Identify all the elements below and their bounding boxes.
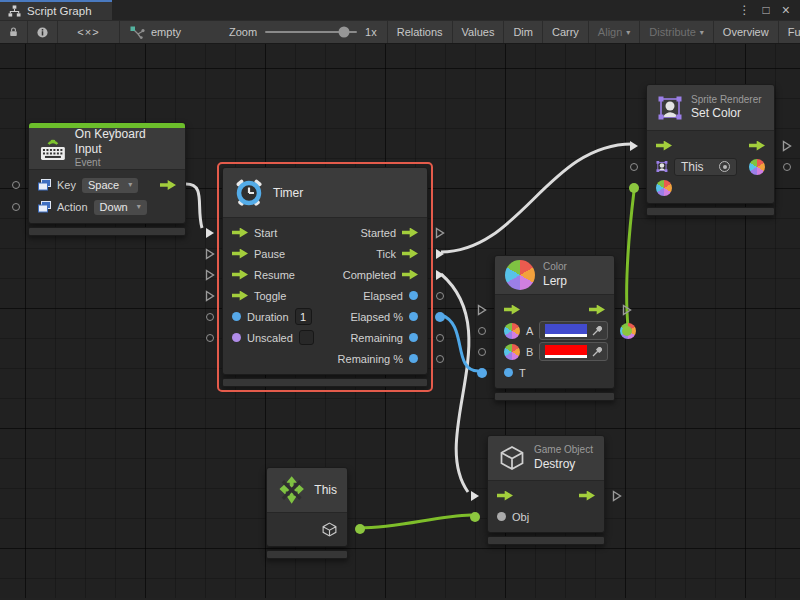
lerp-flow-in[interactable] <box>504 305 520 315</box>
resume-flow-port[interactable] <box>232 270 248 280</box>
code-view-button[interactable]: <×> <box>58 21 120 43</box>
values-button[interactable]: Values <box>453 21 505 43</box>
setcolor-result-port[interactable] <box>749 159 765 175</box>
elapsed-value-port[interactable] <box>409 291 418 300</box>
destroy-obj-outer-port[interactable] <box>469 511 481 523</box>
tick-flow-port[interactable] <box>402 249 418 259</box>
pause-flow-port[interactable] <box>232 249 248 259</box>
inspect-button[interactable] <box>28 21 58 43</box>
dim-button[interactable]: Dim <box>504 21 543 43</box>
graph-canvas[interactable]: On Keyboard Input Event Key Space <box>0 44 800 598</box>
unscaled-value-port[interactable] <box>232 333 241 342</box>
close-icon[interactable]: × <box>782 3 790 17</box>
eyedropper-icon[interactable] <box>592 347 602 357</box>
timer-tick-port[interactable] <box>434 248 446 260</box>
wire-keyboard-to-timer-start[interactable] <box>186 184 202 228</box>
zoom-slider-handle[interactable] <box>339 27 350 38</box>
elapsed-pct-value-port[interactable] <box>409 312 418 321</box>
action-dropdown[interactable]: Down ▾ <box>94 200 147 215</box>
wire-timer-elapsedpct-to-lerp-t[interactable] <box>441 315 478 371</box>
fullscreen-button[interactable]: Full Screen <box>779 21 800 43</box>
carry-button[interactable]: Carry <box>543 21 589 43</box>
lerp-b-outer-port[interactable] <box>476 346 488 358</box>
duration-input[interactable]: 1 <box>295 308 312 325</box>
node-this[interactable]: This <box>266 467 348 559</box>
destroy-flow-out[interactable] <box>579 491 595 501</box>
setcolor-result-outer-port[interactable] <box>781 161 793 173</box>
color-a-swatch[interactable] <box>545 324 587 337</box>
timer-start-port[interactable] <box>204 227 216 239</box>
start-flow-port[interactable] <box>232 228 248 238</box>
completed-flow-port[interactable] <box>402 270 418 280</box>
sprite-renderer-mini-icon[interactable] <box>656 159 668 174</box>
destroy-flow-in-port[interactable] <box>469 490 481 502</box>
setcolor-color-outer-port[interactable] <box>628 182 640 194</box>
key-dropdown[interactable]: Space ▾ <box>82 178 138 193</box>
lock-icon <box>9 26 18 38</box>
setcolor-flow-in-port[interactable] <box>628 140 640 152</box>
unscaled-checkbox[interactable] <box>299 330 314 345</box>
tab-script-graph[interactable]: Script Graph <box>0 0 112 20</box>
node-destroy[interactable]: Game Object Destroy <box>487 435 605 545</box>
gameobject-cube-icon[interactable] <box>321 521 338 538</box>
destroy-flow-in[interactable] <box>497 491 513 501</box>
lerp-result-outer-port[interactable] <box>621 325 633 337</box>
wire-this-to-destroy-obj[interactable] <box>359 515 471 528</box>
eyedropper-icon[interactable] <box>592 326 602 336</box>
duration-value-port[interactable] <box>232 312 241 321</box>
timer-elapsed-port[interactable] <box>434 290 446 302</box>
target-object-field[interactable]: This <box>674 158 737 176</box>
event-flow-out-port[interactable] <box>160 180 176 190</box>
color-port-icon[interactable] <box>504 323 520 339</box>
lock-button[interactable] <box>0 21 28 43</box>
setcolor-flow-out-port[interactable] <box>781 140 793 152</box>
lerp-flow-in-port[interactable] <box>476 304 488 316</box>
zoom-slider[interactable] <box>265 31 357 33</box>
this-out-port[interactable] <box>354 523 366 535</box>
started-flow-port[interactable] <box>402 228 418 238</box>
color-a-picker[interactable] <box>539 321 608 340</box>
object-picker-icon[interactable] <box>719 161 730 172</box>
lerp-flow-out[interactable] <box>589 305 605 315</box>
relations-button[interactable]: Relations <box>387 21 453 43</box>
maximize-icon[interactable]: □ <box>763 4 770 16</box>
timer-remaining-port[interactable] <box>434 332 446 344</box>
color-b-swatch[interactable] <box>545 345 587 358</box>
color-b-picker[interactable] <box>539 342 608 361</box>
destroy-flow-out-port[interactable] <box>611 490 623 502</box>
timer-pause-port[interactable] <box>204 248 216 260</box>
timer-completed-port[interactable] <box>434 269 446 281</box>
remaining-pct-value-port[interactable] <box>409 354 418 363</box>
wire-timer-completed-to-destroy[interactable] <box>441 274 469 492</box>
align-button[interactable]: Align ▾ <box>589 21 640 43</box>
t-value-port[interactable] <box>504 368 513 377</box>
toggle-flow-port[interactable] <box>232 291 248 301</box>
color-input-port[interactable] <box>656 180 672 196</box>
lerp-a-outer-port[interactable] <box>476 325 488 337</box>
keyboard-target-port[interactable] <box>10 179 22 191</box>
node-color-lerp[interactable]: Color Lerp <box>494 255 615 401</box>
window-menu-icon[interactable]: ⋮ <box>739 4 751 16</box>
timer-resume-port[interactable] <box>204 269 216 281</box>
timer-started-port[interactable] <box>434 227 446 239</box>
timer-duration-port[interactable] <box>204 311 216 323</box>
keyboard-action-outer-port[interactable] <box>10 201 22 213</box>
node-on-keyboard-input[interactable]: On Keyboard Input Event Key Space <box>28 122 186 236</box>
color-port-icon[interactable] <box>504 344 520 360</box>
overview-button[interactable]: Overview <box>714 21 779 43</box>
node-timer[interactable]: Timer Start Started <box>222 167 428 387</box>
wire-timer-tick-to-setcolor[interactable] <box>441 144 632 252</box>
lerp-flow-out-port[interactable] <box>621 304 633 316</box>
setcolor-target-outer-port[interactable] <box>628 161 640 173</box>
remaining-value-port[interactable] <box>409 333 418 342</box>
obj-value-port[interactable] <box>497 512 506 521</box>
distribute-button[interactable]: Distribute ▾ <box>640 21 713 43</box>
timer-remaining-pct-port[interactable] <box>434 353 446 365</box>
timer-elapsed-pct-port[interactable] <box>434 311 446 323</box>
setcolor-flow-out[interactable] <box>749 141 765 151</box>
timer-toggle-port[interactable] <box>204 290 216 302</box>
lerp-t-outer-port[interactable] <box>476 367 488 379</box>
setcolor-flow-in[interactable] <box>656 141 672 151</box>
node-set-color[interactable]: Sprite Renderer Set Color <box>646 84 775 216</box>
timer-unscaled-port[interactable] <box>204 332 216 344</box>
